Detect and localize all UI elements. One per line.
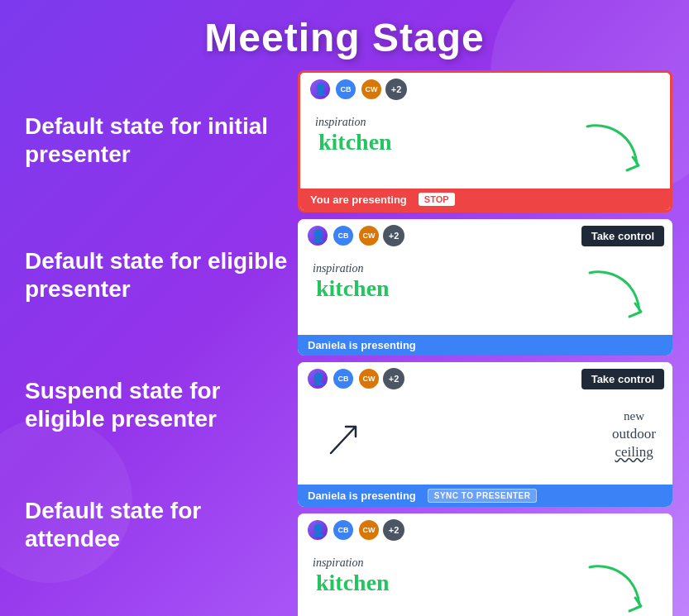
avatar-cb-4: CB bbox=[332, 518, 355, 542]
label-eligible-presenter: Default state for eligible presenter bbox=[17, 211, 298, 339]
kitchen-text-2: kitchen bbox=[316, 275, 390, 302]
panel-3-header: CB CW +2 Take control bbox=[298, 362, 672, 395]
diagonal-arrow-icon bbox=[323, 420, 364, 461]
svg-line-0 bbox=[331, 428, 354, 453]
presenting-bar-3: Daniela is presenting SYNC TO PRESENTER bbox=[298, 485, 672, 507]
avatar-cb-3: CB bbox=[332, 367, 355, 390]
panel-4-content: inspiration kitchen bbox=[298, 547, 672, 616]
panel-active-presenter: CB CW +2 inspiration kitchen You are pre… bbox=[298, 70, 672, 212]
take-control-button-3[interactable]: Take control bbox=[581, 369, 664, 389]
presenting-text-2: Daniela is presenting bbox=[308, 339, 416, 351]
page-title: Meeting Stage bbox=[0, 0, 689, 70]
kitchen-text-4: kitchen bbox=[316, 570, 390, 596]
avatar-cb-2: CB bbox=[332, 224, 355, 247]
kitchen-text-1: kitchen bbox=[318, 129, 392, 155]
panel-2-content: inspiration kitchen bbox=[298, 252, 672, 335]
panels-column: CB CW +2 inspiration kitchen You are pre… bbox=[298, 70, 672, 616]
avatar-group-4: CB CW +2 bbox=[306, 518, 404, 542]
inspiration-text-4: inspiration bbox=[313, 556, 363, 570]
avatar-count-2: +2 bbox=[383, 225, 404, 246]
avatar-user-2 bbox=[306, 224, 329, 247]
avatar-user-4 bbox=[306, 518, 329, 542]
avatar-group-3: CB CW +2 bbox=[306, 367, 404, 390]
panel-suspend-state: CB CW +2 Take control new outdoor ceilin… bbox=[298, 362, 672, 507]
main-layout: Default state for initial presenter Defa… bbox=[0, 70, 689, 616]
avatar-cw-4: CW bbox=[357, 518, 380, 542]
label-attendee: Default state for attendee bbox=[17, 471, 298, 579]
inspiration-text-1: inspiration bbox=[315, 116, 366, 129]
panel-3-footer: Daniela is presenting SYNC TO PRESENTER bbox=[298, 485, 672, 507]
avatar-cb-1: CB bbox=[334, 78, 357, 101]
avatar-cw-3: CW bbox=[357, 367, 380, 390]
take-control-button-2[interactable]: Take control bbox=[581, 226, 664, 246]
avatar-user-3 bbox=[306, 367, 329, 390]
panel-4-header: CB CW +2 bbox=[298, 513, 672, 547]
panel-1-header: CB CW +2 bbox=[300, 73, 670, 106]
panel-1-footer: You are presenting STOP bbox=[300, 189, 670, 210]
green-arrow-1 bbox=[579, 114, 645, 180]
presenting-bar-2: Daniela is presenting bbox=[298, 335, 672, 356]
label-initial-presenter: Default state for initial presenter bbox=[17, 70, 298, 211]
green-arrow-2 bbox=[581, 260, 648, 327]
presenting-bar-1: You are presenting STOP bbox=[300, 189, 670, 210]
presenting-text-3: Daniela is presenting bbox=[308, 489, 416, 502]
panel-1-content: inspiration kitchen bbox=[300, 106, 670, 189]
panel-2-header: CB CW +2 Take control bbox=[298, 219, 672, 252]
panel-attendee: CB CW +2 inspiration kitchen Daniela is … bbox=[298, 513, 672, 616]
avatar-cw-2: CW bbox=[357, 224, 380, 247]
avatar-count-1: +2 bbox=[385, 79, 407, 100]
green-arrow-4 bbox=[581, 555, 648, 616]
sync-to-presenter-button[interactable]: SYNC TO PRESENTER bbox=[428, 489, 538, 503]
labels-column: Default state for initial presenter Defa… bbox=[17, 70, 298, 616]
avatar-count-3: +2 bbox=[383, 368, 404, 389]
handwriting-text: new outdoor ceiling bbox=[612, 408, 656, 461]
avatar-group-2: CB CW +2 bbox=[306, 224, 404, 247]
avatar-cw-1: CW bbox=[360, 78, 383, 101]
avatar-count-4: +2 bbox=[383, 519, 404, 541]
stop-button[interactable]: STOP bbox=[419, 193, 455, 206]
inspiration-text-2: inspiration bbox=[313, 262, 363, 275]
avatar-group-1: CB CW +2 bbox=[309, 78, 407, 101]
panel-eligible-presenter: CB CW +2 Take control inspiration kitche… bbox=[298, 219, 672, 356]
label-suspend-eligible: Suspend state for eligible presenter bbox=[17, 339, 298, 471]
presenting-text-1: You are presenting bbox=[310, 193, 407, 206]
panel-2-footer: Daniela is presenting bbox=[298, 335, 672, 356]
avatar-user-1 bbox=[309, 78, 332, 101]
panel-3-content: new outdoor ceiling bbox=[298, 395, 672, 485]
